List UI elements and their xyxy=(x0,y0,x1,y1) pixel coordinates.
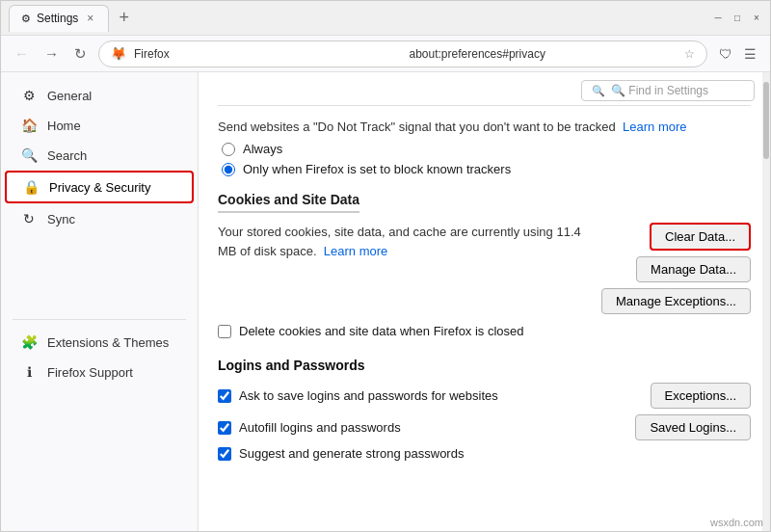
dnt-known-trackers-option[interactable]: Only when Firefox is set to block known … xyxy=(222,162,751,176)
back-button[interactable]: ← xyxy=(11,41,33,66)
dnt-always-label: Always xyxy=(243,142,282,156)
dnt-radio-group: Always Only when Firefox is set to block… xyxy=(218,142,751,176)
sidebar-item-extensions[interactable]: 🧩 Extensions & Themes xyxy=(5,328,194,357)
top-separator xyxy=(218,105,751,106)
clear-data-button[interactable]: Clear Data... xyxy=(650,223,751,251)
autofill-label[interactable]: Autofill logins and passwords xyxy=(218,420,401,435)
find-bar-area: 🔍 🔍 Find in Settings xyxy=(199,72,770,105)
sidebar: ⚙ General 🏠 Home 🔍 Search 🔒 Privacy & Se… xyxy=(1,72,199,531)
sidebar-divider xyxy=(13,319,186,320)
cookies-learn-more[interactable]: Learn more xyxy=(324,244,387,258)
firefox-logo: 🦊 xyxy=(111,46,126,61)
sidebar-item-general[interactable]: ⚙ General xyxy=(5,81,194,110)
bookmark-icon: ☆ xyxy=(684,47,695,61)
manage-exceptions-button[interactable]: Manage Exceptions... xyxy=(601,288,751,314)
toolbar-icons: 🛡 ☰ xyxy=(715,42,760,66)
find-placeholder: 🔍 Find in Settings xyxy=(611,84,708,97)
sidebar-label-privacy: Privacy & Security xyxy=(49,180,150,195)
dnt-learn-more[interactable]: Learn more xyxy=(623,120,686,134)
dnt-known-trackers-radio[interactable] xyxy=(222,163,235,176)
extensions-icon: 🧩 xyxy=(20,334,38,350)
general-icon: ⚙ xyxy=(20,88,38,103)
logins-exceptions-button[interactable]: Exceptions... xyxy=(651,383,751,409)
delete-cookies-label: Delete cookies and site data when Firefo… xyxy=(239,324,524,338)
save-logins-label[interactable]: Ask to save logins and passwords for web… xyxy=(218,388,498,403)
autofill-row: Autofill logins and passwords Saved Logi… xyxy=(218,414,751,440)
search-icon: 🔍 xyxy=(20,147,38,163)
sync-icon: ↻ xyxy=(20,211,38,226)
tab-title: Settings xyxy=(37,12,78,25)
browser-window: ⚙ Settings × + ─ □ × ← → ↻ 🦊 Firefox abo… xyxy=(0,0,771,532)
suggest-passwords-checkbox[interactable] xyxy=(218,447,231,461)
active-tab[interactable]: ⚙ Settings × xyxy=(9,5,109,32)
home-icon: 🏠 xyxy=(20,118,38,133)
tab-close-btn[interactable]: × xyxy=(84,11,96,26)
sidebar-label-extensions: Extensions & Themes xyxy=(47,335,169,350)
reload-button[interactable]: ↻ xyxy=(70,41,91,66)
find-icon: 🔍 xyxy=(592,85,605,97)
suggest-passwords-label[interactable]: Suggest and generate strong passwords xyxy=(218,446,464,461)
saved-logins-button[interactable]: Saved Logins... xyxy=(635,414,751,440)
scrollbar-thumb[interactable] xyxy=(763,82,769,159)
save-logins-row: Ask to save logins and passwords for web… xyxy=(218,383,751,409)
browser-body: ⚙ General 🏠 Home 🔍 Search 🔒 Privacy & Se… xyxy=(1,72,770,531)
sidebar-label-sync: Sync xyxy=(47,212,75,226)
find-in-settings[interactable]: 🔍 🔍 Find in Settings xyxy=(581,80,755,101)
title-bar: ⚙ Settings × + ─ □ × xyxy=(1,1,770,36)
delete-cookies-row[interactable]: Delete cookies and site data when Firefo… xyxy=(218,324,751,338)
sidebar-item-search[interactable]: 🔍 Search xyxy=(5,141,194,170)
sidebar-item-home[interactable]: 🏠 Home xyxy=(5,111,194,140)
manage-data-button[interactable]: Manage Data... xyxy=(636,256,751,282)
close-button[interactable]: × xyxy=(751,13,762,24)
menu-button[interactable]: ☰ xyxy=(740,42,760,66)
scrollbar-track[interactable] xyxy=(762,72,770,531)
privacy-icon: 🔒 xyxy=(22,179,40,195)
tab-area: ⚙ Settings × + xyxy=(9,5,705,32)
cookies-title: Cookies and Site Data xyxy=(218,192,751,213)
sidebar-item-sync[interactable]: ↻ Sync xyxy=(5,204,194,233)
dnt-always-radio[interactable] xyxy=(222,143,235,156)
sidebar-label-general: General xyxy=(47,89,92,103)
watermark: wsxdn.com xyxy=(710,517,763,528)
cookies-buttons: Clear Data... Manage Data... Manage Exce… xyxy=(601,223,751,314)
dnt-always-option[interactable]: Always xyxy=(222,142,751,156)
forward-button[interactable]: → xyxy=(40,41,63,66)
dnt-section: Send websites a "Do Not Track" signal th… xyxy=(218,120,751,176)
sidebar-item-privacy[interactable]: 🔒 Privacy & Security xyxy=(5,171,194,203)
cookies-main-row: Your stored cookies, site data, and cach… xyxy=(218,223,751,314)
window-controls: ─ □ × xyxy=(712,13,762,24)
settings-icon: ⚙ xyxy=(21,13,31,25)
content-area: Send websites a "Do Not Track" signal th… xyxy=(199,105,770,486)
save-logins-checkbox[interactable] xyxy=(218,389,231,403)
sidebar-label-support: Firefox Support xyxy=(47,365,133,380)
toolbar: ← → ↻ 🦊 Firefox about:preferences#privac… xyxy=(1,36,770,72)
address-bar[interactable]: 🦊 Firefox about:preferences#privacy ☆ xyxy=(98,40,707,67)
new-tab-button[interactable]: + xyxy=(113,8,135,28)
maximize-button[interactable]: □ xyxy=(731,13,743,24)
sidebar-item-support[interactable]: ℹ Firefox Support xyxy=(5,358,194,386)
support-icon: ℹ xyxy=(20,364,38,380)
suggest-passwords-row: Suggest and generate strong passwords xyxy=(218,446,751,461)
delete-cookies-checkbox[interactable] xyxy=(218,325,231,338)
cookies-description: Your stored cookies, site data, and cach… xyxy=(218,223,590,260)
logins-title: Logins and Passwords xyxy=(218,358,751,373)
minimize-button[interactable]: ─ xyxy=(712,13,724,24)
autofill-checkbox[interactable] xyxy=(218,421,231,435)
sidebar-label-search: Search xyxy=(47,148,87,163)
logins-section: Logins and Passwords Ask to save logins … xyxy=(218,358,751,461)
dnt-description: Send websites a "Do Not Track" signal th… xyxy=(218,120,751,134)
sidebar-label-home: Home xyxy=(47,119,81,133)
dnt-known-trackers-label: Only when Firefox is set to block known … xyxy=(243,162,511,176)
address-text: Firefox xyxy=(134,47,402,61)
shield-icon-btn[interactable]: 🛡 xyxy=(715,42,736,66)
main-content: 🔍 🔍 Find in Settings Send websites a "Do… xyxy=(199,72,770,531)
address-url: about:preferences#privacy xyxy=(410,47,678,61)
cookies-section: Cookies and Site Data Your stored cookie… xyxy=(218,192,751,338)
